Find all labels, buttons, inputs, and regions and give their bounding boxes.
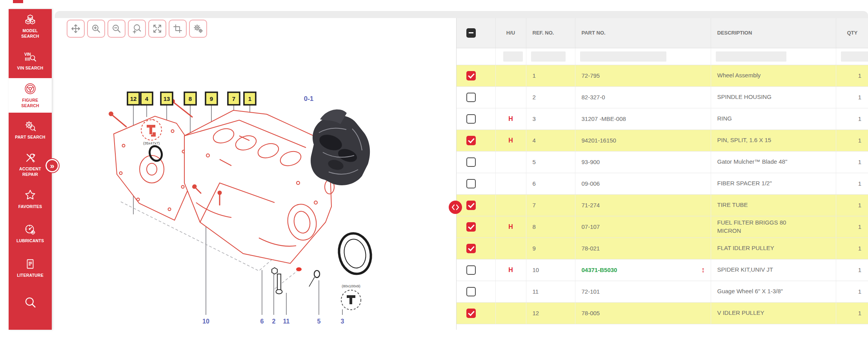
ref-no-filter-input[interactable]	[531, 51, 566, 62]
filter-cell-hu[interactable]	[495, 48, 526, 65]
figure-callout[interactable]: 12	[127, 92, 139, 105]
table-row[interactable]: H 3 31207 -MBE-008 ↕ RING 1	[457, 108, 868, 130]
row-checkbox[interactable]	[466, 201, 476, 210]
row-checkbox[interactable]	[466, 265, 476, 275]
row-description-cell: Wheel Assembly	[711, 65, 836, 86]
gear-magnifier-icon	[24, 120, 36, 132]
sidebar-item-label: FAVORITES	[18, 204, 42, 210]
row-part-no-cell: 82-327-0 ↕	[575, 86, 711, 108]
description-filter-input[interactable]	[716, 51, 786, 62]
filter-cell-ref[interactable]	[526, 48, 575, 65]
table-row[interactable]: 7 71-274 ↕ TIRE TUBE 1	[457, 194, 868, 216]
crop-icon	[173, 24, 183, 34]
row-checkbox[interactable]	[466, 244, 476, 253]
sidebar-item-part-search[interactable]: PART SEARCH	[9, 113, 52, 147]
table-row[interactable]: H 10 04371-B5030 ↕ SPIDER KIT,UNIV JT 1	[457, 259, 868, 281]
row-qty-cell: 1	[836, 216, 868, 238]
table-row[interactable]: 6 09-006 ↕ FIBER SPACER 1/2" 1	[457, 173, 868, 194]
sidebar-item-figure-search[interactable]: FIGURE SEARCH	[9, 78, 52, 113]
row-checkbox[interactable]	[466, 179, 476, 188]
qty-filter-input[interactable]	[841, 51, 868, 62]
row-ref-no-cell: 10	[526, 259, 575, 281]
figure-diagram[interactable]: (35x47x7) (80x100x9)	[55, 18, 456, 330]
document-icon	[24, 258, 36, 270]
table-row[interactable]: 2 82-327-0 ↕ SPINDLE HOUSING 1	[457, 86, 868, 108]
zoom-in-button[interactable]	[87, 20, 105, 38]
row-checkbox[interactable]	[466, 71, 476, 80]
sidebar-item-label: LITERATURE	[17, 273, 44, 278]
engine-thumbnail[interactable]	[311, 110, 370, 185]
svg-text:1: 1	[248, 95, 251, 102]
filter-cell-part[interactable]	[575, 48, 711, 65]
row-part-no-cell: 04371-B5030 ↕	[575, 259, 711, 281]
figure-ref-label[interactable]: 2	[272, 318, 276, 325]
select-all-checkbox[interactable]	[466, 28, 476, 38]
figure-ref-label[interactable]: 11	[283, 318, 290, 325]
row-select-cell	[457, 108, 495, 130]
row-qty-cell: 1	[836, 302, 868, 324]
figure-ref-label[interactable]: 6	[260, 318, 264, 325]
figure-ref-label[interactable]: 5	[317, 318, 321, 325]
pan-button[interactable]	[67, 20, 85, 38]
sidebar-item-search[interactable]	[9, 285, 52, 320]
oil-gauge-icon	[24, 224, 36, 236]
crop-button[interactable]	[169, 20, 187, 38]
row-checkbox[interactable]	[466, 93, 476, 102]
sidebar-item-favorites[interactable]: FAVORITES	[9, 182, 52, 216]
row-checkbox[interactable]	[466, 287, 476, 296]
row-qty-cell: 1	[836, 238, 868, 259]
zoom-selection-button[interactable]	[128, 20, 146, 38]
row-checkbox[interactable]	[466, 309, 476, 318]
parts-table-panel[interactable]: H/U REF. NO. PART NO. DESCRIPTION QTY 1	[456, 18, 868, 330]
row-hu-cell	[495, 65, 526, 86]
figure-callout[interactable]: 9	[206, 92, 217, 105]
sidebar-item-label: ACCIDENT REPAIR	[19, 166, 41, 177]
row-part-no-cell: 78-005 ↕	[575, 302, 711, 324]
swap-parts-icon[interactable]: ↕	[701, 266, 705, 274]
row-hu-cell: H	[495, 216, 526, 238]
table-row[interactable]: H 8 07-107 ↕ FUEL FILTER BRIGGS 80 MICRO…	[457, 216, 868, 238]
row-checkbox[interactable]	[466, 222, 476, 232]
filter-cell-qty[interactable]	[836, 48, 868, 65]
sidebar-item-model-search[interactable]: MODEL SEARCH	[9, 9, 52, 44]
sidebar-expand-button[interactable]: »	[45, 159, 59, 172]
panel-splitter-handle[interactable]	[449, 201, 462, 214]
row-hu-cell	[495, 86, 526, 108]
row-description-cell: RING	[711, 108, 836, 130]
figure-callout[interactable]: 8	[184, 92, 196, 105]
figure-ref-label[interactable]: 3	[341, 318, 344, 325]
sidebar-item-lubricants[interactable]: LUBRICANTS	[9, 216, 52, 251]
row-checkbox[interactable]	[466, 136, 476, 145]
figure-ref-label[interactable]: 10	[202, 318, 209, 325]
row-checkbox[interactable]	[466, 114, 476, 124]
sidebar-item-vin-search[interactable]: VIN VIN SEARCH	[9, 44, 52, 78]
figure-viewer-panel[interactable]: (35x47x7) (80x100x9)	[55, 18, 456, 330]
part-number[interactable]: 04371-B5030	[582, 267, 617, 273]
figure-callout[interactable]: 7	[228, 92, 240, 105]
row-ref-no-cell: 2	[526, 86, 575, 108]
sidebar-item-literature[interactable]: LITERATURE	[9, 251, 52, 285]
row-select-cell	[457, 259, 495, 281]
table-row[interactable]: 11 72-101 ↕ Guage Wheel 6" X 1-3/8" 1	[457, 281, 868, 302]
fit-screen-button[interactable]	[148, 20, 166, 38]
hu-filter-input[interactable]	[503, 51, 523, 62]
figure-callout[interactable]: 4	[141, 92, 153, 105]
row-ref-no-cell: 3	[526, 108, 575, 130]
settings-button[interactable]	[189, 20, 207, 38]
zoom-out-button[interactable]	[107, 20, 126, 38]
vin-search-icon: VIN	[24, 51, 36, 63]
table-row[interactable]: 5 93-900 ↕ Gator Mulcher™ Blade 48" 1	[457, 151, 868, 173]
table-row[interactable]: 12 78-005 ↕ V IDLER PULLEY 1	[457, 302, 868, 324]
table-row[interactable]: 9 78-021 ↕ FLAT IDLER PULLEY 1	[457, 238, 868, 259]
part-no-filter-input[interactable]	[580, 51, 666, 62]
row-checkbox[interactable]	[466, 157, 476, 167]
row-ref-no-cell: 5	[526, 151, 575, 173]
engine-block-art	[184, 110, 334, 263]
row-ref-no-cell: 11	[526, 281, 575, 302]
table-row[interactable]: 1 72-795 ↕ Wheel Assembly 1	[457, 65, 868, 86]
figure-callout[interactable]: 13	[161, 92, 173, 105]
figure-callout[interactable]: 1	[244, 92, 256, 105]
table-row[interactable]: H 4 94201-16150 ↕ PIN, SPLIT, 1.6 X 15 1	[457, 130, 868, 151]
figure-sheet-label[interactable]: 0-1	[304, 95, 314, 102]
filter-cell-desc[interactable]	[711, 48, 836, 65]
